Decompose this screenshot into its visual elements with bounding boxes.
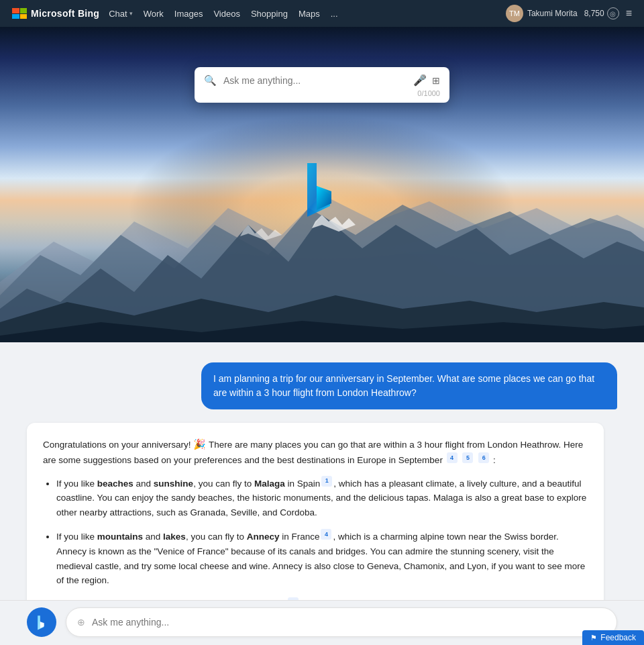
nav-item-chat[interactable]: Chat▾ — [109, 9, 132, 19]
bold-malaga: Malaga — [254, 479, 285, 489]
nav-logo[interactable]: Microsoft Bing — [12, 8, 99, 19]
bold-lakes: lakes — [163, 532, 186, 542]
hero-search-icons: 🎤 ⊞ — [413, 74, 440, 87]
hero-search-input[interactable] — [223, 75, 407, 86]
citation-1[interactable]: 1 — [321, 476, 332, 487]
citation-5[interactable]: 5 — [462, 452, 473, 463]
nav-points[interactable]: 8,750 ◎ — [584, 7, 619, 19]
hero-search-box: 🔍 🎤 ⊞ 0/1000 — [195, 67, 449, 103]
nav-item-work[interactable]: Work — [144, 9, 164, 19]
citation-4b[interactable]: 4 — [321, 529, 331, 540]
feedback-tab[interactable]: ⚑ Feedback — [582, 630, 644, 645]
avatar: TM — [506, 5, 523, 22]
hero-search-container: 🔍 🎤 ⊞ 0/1000 — [195, 67, 449, 103]
nav-item-videos[interactable]: Videos — [213, 9, 240, 19]
search-counter: 0/1000 — [204, 89, 440, 97]
microsoft-flag-icon — [12, 8, 27, 19]
nav-logo-text: Microsoft Bing — [31, 8, 99, 19]
bing-logo — [295, 158, 349, 221]
camera-icon[interactable]: ⊞ — [432, 75, 440, 86]
hero-search-row: 🔍 🎤 ⊞ — [204, 74, 440, 87]
nav-user[interactable]: TM Takumi Morita — [506, 5, 578, 22]
nav-item-more[interactable]: ... — [331, 9, 338, 19]
bottom-bar: ⊕ — [0, 600, 644, 645]
rewards-icon: ◎ — [607, 7, 619, 19]
hero-section: 🔍 🎤 ⊞ 0/1000 — [0, 27, 644, 342]
bot-intro-paragraph: Congratulations on your anniversary! 🎉 T… — [43, 436, 588, 468]
navbar: Microsoft Bing Chat▾ Work Images Videos … — [0, 0, 644, 27]
feedback-flag-icon: ⚑ — [590, 634, 597, 642]
list-item: If you like mountains and lakes, you can… — [56, 529, 588, 587]
nav-menu-icon[interactable]: ≡ — [626, 7, 632, 19]
feedback-label: Feedback — [600, 633, 636, 642]
nav-item-maps[interactable]: Maps — [299, 9, 320, 19]
bold-annecy: Annecy — [247, 532, 280, 542]
nav-right: TM Takumi Morita 8,750 ◎ ≡ — [506, 5, 632, 22]
bold-sunshine: sunshine — [154, 479, 193, 489]
bottom-search-icon: ⊕ — [77, 617, 85, 628]
bing-icon — [34, 614, 49, 630]
bottom-bing-button[interactable] — [27, 607, 56, 637]
nav-left: Microsoft Bing Chat▾ Work Images Videos … — [12, 8, 338, 19]
nav-points-value: 8,750 — [584, 9, 604, 18]
microphone-icon[interactable]: 🎤 — [413, 74, 427, 87]
nav-item-shopping[interactable]: Shopping — [251, 9, 288, 19]
citation-4[interactable]: 4 — [447, 452, 458, 463]
list-item: If you like beaches and sunshine, you ca… — [56, 476, 588, 520]
bold-beaches: beaches — [97, 479, 133, 489]
user-message-bubble: I am planning a trip for our anniversary… — [201, 362, 617, 409]
nav-item-images[interactable]: Images — [174, 9, 203, 19]
chevron-down-icon: ▾ — [129, 10, 133, 17]
nav-username: Takumi Morita — [527, 9, 578, 18]
bottom-search-bar: ⊕ — [66, 607, 617, 637]
bold-mountains: mountains — [97, 532, 143, 542]
user-message-container: I am planning a trip for our anniversary… — [27, 362, 617, 409]
bottom-search-input[interactable] — [92, 617, 606, 628]
user-message-text: I am planning a trip for our anniversary… — [213, 373, 594, 398]
citation-6[interactable]: 6 — [478, 452, 489, 463]
search-icon: 🔍 — [204, 75, 217, 87]
nav-links: Chat▾ Work Images Videos Shopping Maps .… — [109, 9, 337, 19]
